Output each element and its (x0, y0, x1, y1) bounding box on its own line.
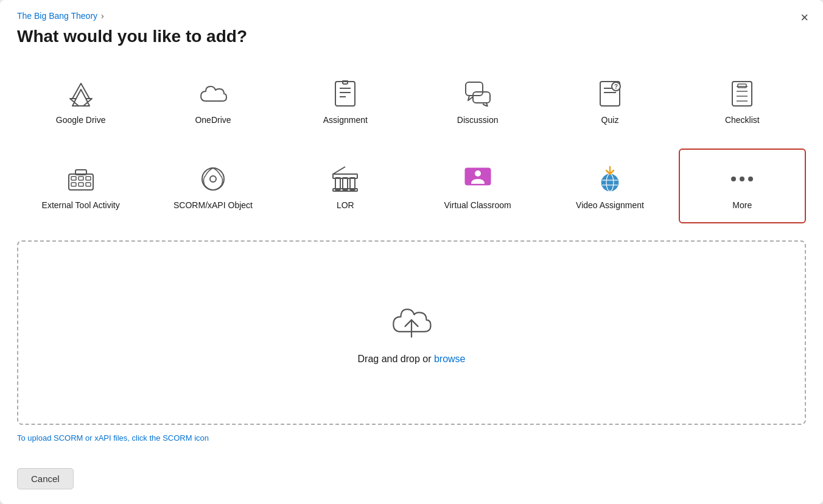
modal-footer: Cancel (0, 460, 823, 504)
item-lor[interactable]: LOR (282, 149, 409, 224)
item-more-label: More (732, 200, 752, 212)
svg-rect-26 (71, 183, 76, 186)
item-video-assignment[interactable]: Video Assignment (546, 149, 673, 224)
item-discussion[interactable]: Discussion (414, 63, 541, 139)
item-checklist-label: Checklist (725, 114, 760, 127)
modal-header: The Big Bang Theory › What would you lik… (0, 0, 823, 51)
item-external-tool[interactable]: External Tool Activity (17, 149, 144, 224)
svg-rect-27 (79, 183, 83, 186)
upload-cloud-icon (390, 301, 433, 344)
external-tool-icon (66, 164, 96, 194)
breadcrumb: The Big Bang Theory › (17, 11, 806, 21)
item-virtual-classroom-label: Virtual Classroom (444, 200, 511, 212)
svg-rect-28 (86, 183, 91, 186)
svg-rect-4 (335, 82, 355, 106)
cancel-button[interactable]: Cancel (17, 468, 74, 489)
item-more[interactable]: More (679, 149, 806, 224)
discussion-icon (463, 79, 492, 108)
item-assignment[interactable]: Assignment (282, 63, 409, 139)
svg-point-39 (601, 174, 618, 191)
assignment-icon (331, 79, 360, 108)
quiz-icon: ? (595, 79, 625, 108)
items-grid-row1: Google Drive OneDrive (17, 63, 806, 139)
svg-rect-23 (71, 177, 76, 180)
lor-icon (331, 164, 360, 194)
item-scorm[interactable]: SCORM/xAPI Object (149, 149, 276, 224)
item-lor-label: LOR (337, 200, 354, 212)
more-icon (727, 164, 757, 194)
item-external-tool-label: External Tool Activity (42, 200, 120, 212)
file-drop-zone[interactable]: Drag and drop or browse (17, 240, 806, 425)
checklist-icon (727, 79, 757, 108)
svg-marker-0 (72, 83, 89, 99)
svg-marker-2 (83, 99, 92, 106)
svg-rect-24 (79, 177, 83, 180)
item-onedrive-label: OneDrive (195, 114, 231, 127)
svg-point-38 (475, 170, 481, 177)
svg-rect-16 (732, 82, 752, 106)
virtual-classroom-icon (463, 164, 492, 194)
item-virtual-classroom[interactable]: Virtual Classroom (414, 149, 541, 224)
modal-dialog: The Big Bang Theory › What would you lik… (0, 0, 823, 504)
google-drive-icon (66, 79, 96, 108)
modal-body: Google Drive OneDrive (0, 51, 823, 460)
breadcrumb-course-link[interactable]: The Big Bang Theory (17, 11, 97, 21)
items-grid-row2: External Tool Activity SCOR (17, 149, 806, 224)
svg-point-31 (210, 176, 216, 182)
close-button[interactable]: × (800, 11, 808, 24)
item-video-assignment-label: Video Assignment (576, 200, 644, 212)
item-quiz-label: Quiz (601, 114, 619, 127)
page-title: What would you like to add? (17, 27, 806, 46)
svg-rect-25 (86, 177, 91, 180)
scorm-note: To upload SCORM or xAPI files, click the… (17, 433, 806, 443)
scorm-icon (198, 164, 228, 194)
svg-marker-1 (70, 99, 79, 106)
svg-point-45 (748, 177, 753, 181)
item-google-drive[interactable]: Google Drive (17, 63, 144, 139)
svg-rect-9 (466, 82, 483, 96)
item-quiz[interactable]: ? Quiz (546, 63, 673, 139)
item-scorm-label: SCORM/xAPI Object (173, 200, 253, 212)
svg-rect-21 (738, 84, 746, 88)
item-onedrive[interactable]: OneDrive (149, 63, 276, 139)
item-checklist[interactable]: Checklist (679, 63, 806, 139)
svg-text:?: ? (614, 83, 618, 90)
svg-point-44 (740, 177, 744, 181)
svg-rect-10 (473, 92, 490, 103)
svg-point-43 (731, 177, 736, 181)
browse-link[interactable]: browse (434, 354, 466, 364)
drag-text: Drag and drop or (358, 354, 434, 364)
video-assignment-icon (595, 164, 625, 194)
breadcrumb-separator: › (101, 11, 104, 21)
onedrive-icon (198, 79, 228, 108)
item-assignment-label: Assignment (323, 114, 368, 127)
item-google-drive-label: Google Drive (56, 114, 106, 127)
drop-text: Drag and drop or browse (358, 354, 466, 365)
item-discussion-label: Discussion (457, 114, 499, 127)
